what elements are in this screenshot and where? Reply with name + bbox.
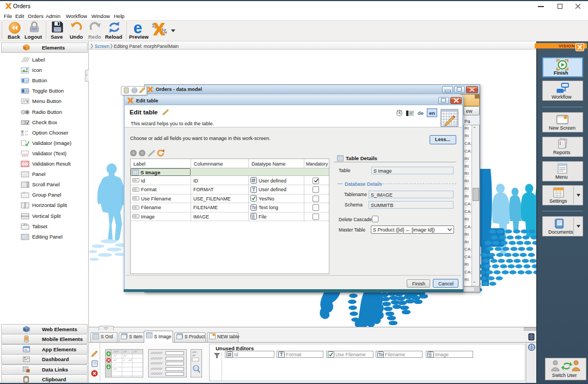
svg-text:10: 10: [252, 216, 255, 220]
svg-text:Te: Te: [252, 205, 256, 210]
svg-text:Te: Te: [378, 352, 383, 357]
svg-text:10: 10: [428, 354, 432, 357]
